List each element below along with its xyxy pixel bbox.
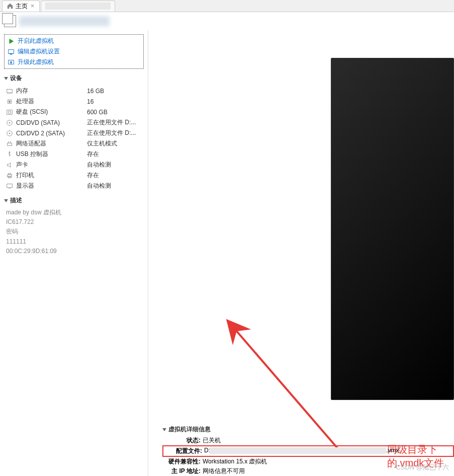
svg-point-11 <box>8 111 11 113</box>
device-value: 600 GB <box>87 109 108 116</box>
device-row[interactable]: 硬盘 (SCSI)600 GB <box>4 107 144 117</box>
devices-list: 内存16 GB处理器16硬盘 (SCSI)600 GBCD/DVD (SATA)… <box>4 86 144 191</box>
device-value: 正在使用文件 D:... <box>87 118 136 127</box>
svg-rect-3 <box>7 89 13 93</box>
details-header[interactable]: 虚拟机详细信息 <box>162 425 454 434</box>
device-row[interactable]: CD/DVD 2 (SATA)正在使用文件 D:... <box>4 128 144 138</box>
sound-icon <box>6 162 13 169</box>
edit-settings-button[interactable]: 编辑虚拟机设置 <box>6 46 142 57</box>
device-row[interactable]: CD/DVD (SATA)正在使用文件 D:... <box>4 117 144 128</box>
compat-label: 硬件兼容性: <box>162 457 203 466</box>
desc-line: made by dsw 虚拟机 <box>6 208 144 217</box>
device-name: 内存 <box>16 87 28 95</box>
description-header-label: 描述 <box>10 196 22 205</box>
svg-rect-22 <box>8 173 11 175</box>
cd-icon <box>6 130 13 137</box>
device-label: 处理器 <box>6 97 84 106</box>
tab-home-label: 主页 <box>16 2 28 11</box>
device-row[interactable]: 声卡自动检测 <box>4 160 144 170</box>
svg-rect-9 <box>9 101 11 103</box>
details-header-label: 虚拟机详细信息 <box>168 425 211 434</box>
device-value: 存在 <box>87 171 99 180</box>
actions-panel: 开启此虚拟机 编辑虚拟机设置 升级此虚拟机 <box>4 34 144 69</box>
device-name: 显示器 <box>16 182 34 190</box>
device-value: 正在使用文件 D:... <box>87 129 136 137</box>
main-area: 开启此虚拟机 编辑虚拟机设置 升级此虚拟机 设备 内存16 GB处理器16硬盘 … <box>0 30 454 476</box>
network-icon <box>6 140 13 147</box>
config-value: D:.vmx <box>204 447 452 455</box>
device-row[interactable]: USB 控制器存在 <box>4 149 144 160</box>
power-on-label: 开启此虚拟机 <box>18 37 54 45</box>
device-label: 声卡 <box>6 161 84 169</box>
device-label: 网络适配器 <box>6 139 84 148</box>
desc-line: 密码 <box>6 227 144 236</box>
device-label: 硬盘 (SCSI) <box>6 108 84 116</box>
device-row[interactable]: 显示器自动检测 <box>4 181 144 191</box>
detail-row-config: 配置文件: D:.vmx <box>162 445 454 457</box>
upgrade-button[interactable]: 升级此虚拟机 <box>6 57 142 67</box>
svg-point-15 <box>9 132 11 134</box>
close-icon[interactable]: × <box>30 3 35 10</box>
device-value: 16 <box>87 98 94 105</box>
devices-header[interactable]: 设备 <box>4 74 144 83</box>
play-icon <box>8 38 15 45</box>
description-text: made by dsw 虚拟机 IC617.722 密码 111111 00:0… <box>4 208 144 256</box>
device-label: 内存 <box>6 87 84 95</box>
chevron-down-icon <box>4 77 8 80</box>
watermark: CSDN @陆已十六 <box>396 463 449 472</box>
device-name: USB 控制器 <box>16 150 48 158</box>
config-prefix: D: <box>204 447 210 454</box>
disk-icon <box>6 109 13 116</box>
status-label: 状态: <box>162 436 203 445</box>
device-label: 显示器 <box>6 182 84 190</box>
device-name: 处理器 <box>16 97 34 106</box>
device-value: 存在 <box>87 150 99 158</box>
device-row[interactable]: 打印机存在 <box>4 170 144 181</box>
description-header[interactable]: 描述 <box>4 196 144 205</box>
chevron-down-icon <box>162 428 166 431</box>
device-name: 打印机 <box>16 171 34 180</box>
device-row[interactable]: 内存16 GB <box>4 86 144 96</box>
device-label: 打印机 <box>6 171 84 180</box>
sidebar: 开启此虚拟机 编辑虚拟机设置 升级此虚拟机 设备 内存16 GB处理器16硬盘 … <box>0 30 148 476</box>
edit-icon <box>8 48 15 55</box>
device-name: CD/DVD (SATA) <box>16 119 60 126</box>
status-value: 已关机 <box>203 436 454 445</box>
ip-label: 主 IP 地址: <box>162 467 203 475</box>
tab-second[interactable] <box>41 1 115 12</box>
device-name: CD/DVD 2 (SATA) <box>16 130 65 137</box>
power-on-button[interactable]: 开启此虚拟机 <box>6 36 142 46</box>
device-row[interactable]: 处理器16 <box>4 96 144 107</box>
device-name: 声卡 <box>16 161 28 169</box>
device-label: CD/DVD (SATA) <box>6 119 84 126</box>
svg-rect-1 <box>10 53 12 54</box>
config-suffix: .vmx <box>386 447 399 454</box>
device-label: CD/DVD 2 (SATA) <box>6 130 84 137</box>
tab-home[interactable]: 主页 × <box>2 1 40 12</box>
svg-rect-16 <box>8 143 12 145</box>
device-label: USB 控制器 <box>6 150 84 158</box>
desc-line: 111111 <box>6 237 144 247</box>
cd-icon <box>6 119 13 126</box>
device-value: 仅主机模式 <box>87 139 117 148</box>
vm-title <box>19 16 110 26</box>
tab-bar: 主页 × <box>0 0 454 12</box>
svg-rect-0 <box>9 49 14 53</box>
upgrade-label: 升级此虚拟机 <box>18 58 54 66</box>
device-value: 自动检测 <box>87 182 111 190</box>
printer-icon <box>6 172 13 179</box>
svg-point-13 <box>9 122 11 123</box>
desc-line: 00:0C:29:9D:61:09 <box>6 247 144 256</box>
display-icon <box>6 183 13 190</box>
config-label: 配置文件: <box>164 447 204 455</box>
vm-preview-thumbnail[interactable] <box>331 58 454 400</box>
usb-icon <box>6 151 13 158</box>
desc-line: IC617.722 <box>6 217 144 227</box>
detail-row-status: 状态: 已关机 <box>162 436 454 445</box>
home-icon <box>7 3 14 10</box>
device-row[interactable]: 网络适配器仅主机模式 <box>4 138 144 149</box>
memory-icon <box>6 88 13 95</box>
content-area: 同级目录下的.vmdk文件 虚拟机详细信息 状态: 已关机 配置文件: D:.v… <box>148 30 454 476</box>
redacted-path <box>210 447 386 454</box>
tab-second-label <box>45 3 111 10</box>
